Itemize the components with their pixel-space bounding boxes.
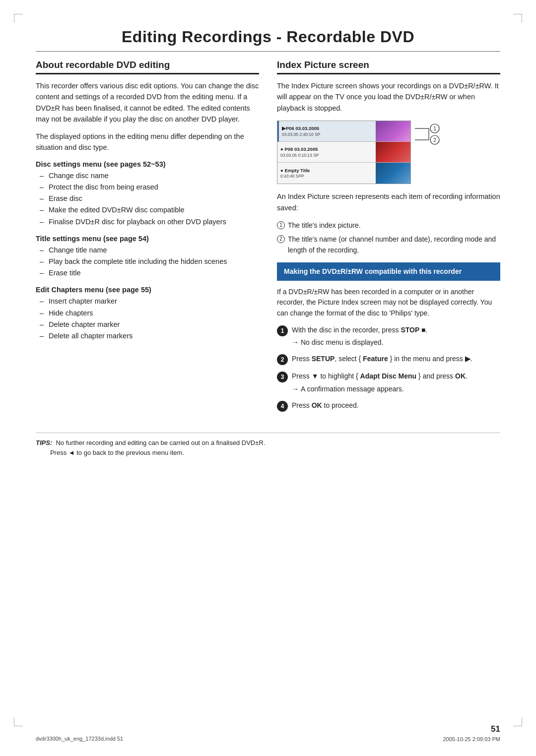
- list-item: Change disc name: [40, 170, 259, 182]
- disc-menu-list: Change disc name Protect the disc from b…: [40, 170, 259, 228]
- list-item: Erase title: [40, 267, 259, 279]
- right-column: Index Picture screen The Index Picture s…: [277, 60, 500, 418]
- step-3-sub-text: A confirmation message appears.: [301, 384, 404, 394]
- step-num-1: 1: [277, 325, 288, 336]
- svg-text:2: 2: [433, 137, 436, 143]
- index-intro: The Index Picture screen shows your reco…: [277, 80, 500, 114]
- disc-menu-label: Disc settings menu: [36, 160, 102, 168]
- list-item: Insert chapter marker: [40, 296, 259, 307]
- disc-menu-pages: (see pages 52~53): [104, 160, 166, 168]
- dvd-row-info-1: ▶P06 03.03.2005 03.03.05 2:40:10 SP: [279, 121, 376, 141]
- dvd-index-screen: ▶P06 03.03.2005 03.03.05 2:40:10 SP ● P0…: [277, 121, 411, 184]
- list-item: Change title name: [40, 245, 259, 256]
- tips-text-1: No further recording and editing can be …: [56, 439, 265, 446]
- page-title: Editing Recordings - Recordable DVD: [36, 28, 500, 52]
- list-item: Erase disc: [40, 193, 259, 204]
- dvd-thumb-2: [376, 142, 410, 162]
- making-dvd-box: Making the DVD±R/±RW compatible with thi…: [277, 262, 500, 280]
- list-item: Finalise DVD±R disc for playback on othe…: [40, 216, 259, 228]
- step-2: 2 Press SETUP, select { Feature } in the…: [277, 354, 500, 365]
- step-num-3: 3: [277, 372, 288, 382]
- page: Editing Recordings - Recordable DVD Abou…: [0, 0, 536, 756]
- step-content-3: Press ▼ to highlight { Adapt Disc Menu }…: [292, 371, 500, 394]
- index-item-text-2: The title's name (or channel number and …: [288, 235, 496, 254]
- two-col-layout: About recordable DVD editing This record…: [36, 60, 500, 418]
- dvd-row-info-2: ● P08 03.03.2005 03.03.05 0:10:13 SP: [277, 142, 376, 162]
- index-item-text-1: The title's index picture.: [288, 221, 361, 229]
- callout-lines-svg: 1 2: [415, 123, 440, 157]
- thumb-blue: [376, 163, 410, 184]
- dvd-row-2: ● P08 03.03.2005 03.03.05 0:10:13 SP: [277, 142, 410, 163]
- step-3-adapt: Adapt Disc Menu: [360, 372, 417, 380]
- dvd-thumb-3: [376, 163, 410, 184]
- arrow-icon-1: →: [292, 337, 299, 348]
- tips-text: TIPS: No further recording and editing c…: [36, 438, 500, 457]
- corner-mark-tr: [513, 14, 522, 23]
- dvd-screen-area: ▶P06 03.03.2005 03.03.05 2:40:10 SP ● P0…: [277, 121, 500, 184]
- list-item: Protect the disc from being erased: [40, 182, 259, 193]
- arrow-icon-3: →: [292, 384, 299, 394]
- footer-left-text: dvdr3300h_uk_eng_17233d.indd 51: [36, 736, 123, 742]
- step-2-feature: Feature: [363, 355, 388, 363]
- step-3-sub: → A confirmation message appears.: [292, 384, 500, 394]
- page-content: Editing Recordings - Recordable DVD Abou…: [0, 0, 536, 497]
- tips-text-2: Press ◄ to go back to the previous menu …: [50, 449, 184, 456]
- index-items-list: 1 The title's index picture. 2 The title…: [277, 220, 500, 255]
- list-item: Delete chapter marker: [40, 319, 259, 330]
- circle-icon-2: 2: [277, 235, 285, 243]
- dvd-thumb-1: [376, 121, 410, 141]
- list-item: Make the edited DVD±RW disc compatible: [40, 204, 259, 216]
- chapters-menu-label: Edit Chapters menu: [36, 286, 104, 294]
- footer-right-text: 2005-10-25 2:09:03 PM: [443, 736, 500, 742]
- step-1: 1 With the disc in the recorder, press S…: [277, 325, 500, 348]
- list-item: Play back the complete title including t…: [40, 256, 259, 267]
- title-menu-page: (see page 54): [103, 235, 149, 243]
- step-1-sub-text: No disc menu is displayed.: [301, 337, 384, 348]
- disc-menu-heading: Disc settings menu (see pages 52~53): [36, 160, 259, 168]
- step-content-4: Press OK to proceed.: [292, 400, 500, 411]
- chapters-menu-list: Insert chapter marker Hide chapters Dele…: [40, 296, 259, 342]
- dvd-row-title-3: ● Empty Title: [280, 167, 373, 174]
- left-section-heading: About recordable DVD editing: [36, 60, 259, 74]
- tips-section: TIPS: No further recording and editing c…: [36, 433, 500, 457]
- index-item-2: 2 The title's name (or channel number an…: [277, 234, 500, 255]
- dvd-row-title-2: ● P08 03.03.2005: [280, 146, 373, 152]
- steps-list: 1 With the disc in the recorder, press S…: [277, 325, 500, 412]
- corner-mark-tl: [14, 14, 23, 23]
- step-3-ok: OK: [455, 372, 466, 380]
- list-item: Hide chapters: [40, 308, 259, 319]
- svg-text:1: 1: [433, 126, 436, 131]
- dvd-row-title-1: ▶P06 03.03.2005: [282, 125, 373, 131]
- thumb-purple: [376, 121, 410, 141]
- step-3: 3 Press ▼ to highlight { Adapt Disc Menu…: [277, 371, 500, 394]
- represents-text: An Index Picture screen represents each …: [277, 191, 500, 213]
- intro-text-2: The displayed options in the editing men…: [36, 131, 259, 153]
- step-2-setup: SETUP: [312, 355, 335, 363]
- step-num-2: 2: [277, 354, 288, 365]
- chapters-menu-page: (see page 55): [106, 286, 151, 294]
- step-1-sub: → No disc menu is displayed.: [292, 337, 500, 348]
- dvd-row-3: ● Empty Title 0:43:40 SPP: [277, 163, 410, 184]
- tips-label: TIPS:: [36, 439, 52, 446]
- title-menu-list: Change title name Play back the complete…: [40, 245, 259, 279]
- left-column: About recordable DVD editing This record…: [36, 60, 259, 342]
- page-number: 51: [443, 724, 500, 734]
- title-menu-label: Title settings menu: [36, 235, 101, 243]
- circle-icon-1: 1: [277, 221, 285, 229]
- step-content-2: Press SETUP, select { Feature } in the m…: [292, 354, 500, 365]
- step-1-stop: STOP ■: [401, 326, 425, 334]
- callout-area: 1 2: [411, 121, 440, 157]
- step-4: 4 Press OK to proceed.: [277, 400, 500, 412]
- dvd-row-sub-3: 0:43:40 SPP: [280, 174, 373, 180]
- footer-left: dvdr3300h_uk_eng_17233d.indd 51: [36, 734, 123, 742]
- dvd-row-info-3: ● Empty Title 0:43:40 SPP: [277, 163, 376, 184]
- step-content-1: With the disc in the recorder, press STO…: [292, 325, 500, 348]
- intro-text-1: This recorder offers various disc edit o…: [36, 80, 259, 125]
- step-4-ok: OK: [312, 401, 322, 409]
- making-dvd-heading: Making the DVD±R/±RW compatible with thi…: [284, 267, 462, 275]
- dvd-row-sub-2: 03.03.05 0:10:13 SP: [280, 153, 373, 159]
- chapters-menu-heading: Edit Chapters menu (see page 55): [36, 286, 259, 294]
- index-item-1: 1 The title's index picture.: [277, 220, 500, 231]
- dvd-row-sub-1: 03.03.05 2:40:10 SP: [282, 132, 373, 138]
- thumb-red: [376, 142, 410, 162]
